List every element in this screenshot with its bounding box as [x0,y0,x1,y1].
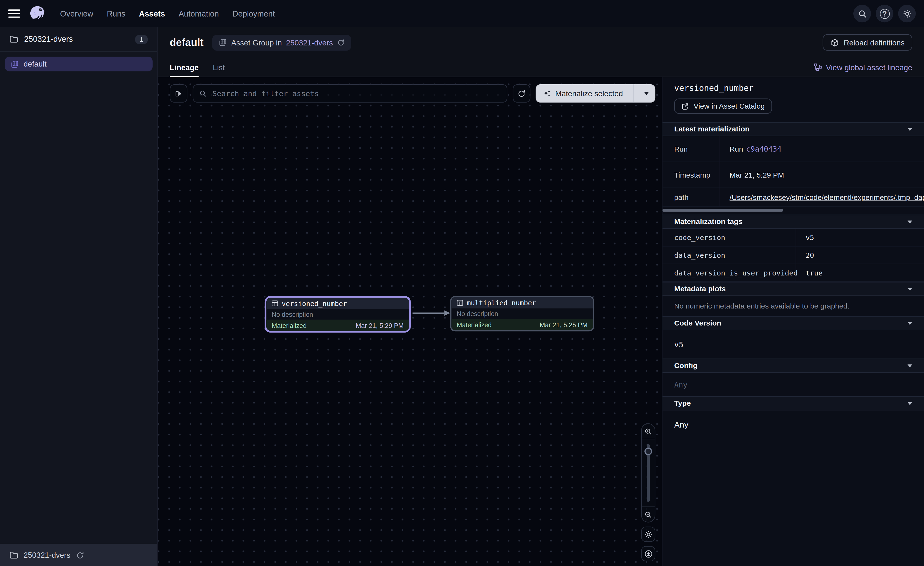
table-row: code_version v5 [662,229,924,247]
tab-list[interactable]: List [213,58,225,77]
app-root: Overview Runs Assets Automation Deployme… [0,0,924,566]
row-key: Run [662,136,720,161]
menu-icon[interactable] [8,9,20,18]
nav-item-overview[interactable]: Overview [60,9,93,18]
settings-gear-icon[interactable] [898,5,916,23]
reload-definitions-button[interactable]: Reload definitions [822,34,912,51]
sidebar-group-row[interactable]: 250321-dvers 1 [0,27,158,52]
dagster-logo-icon[interactable] [28,5,46,23]
button-divider [633,84,633,102]
row-value: Mar 21, 5:29 PM [720,162,924,188]
asset-group-icon [219,38,227,47]
nav-actions: ? [854,5,916,23]
sparkle-icon [543,89,551,98]
primary-nav: Overview Runs Assets Automation Deployme… [60,9,275,18]
chevron-down-icon [908,322,912,325]
path-link[interactable]: /Users/smackesey/stm/code/elementl/exper… [729,193,924,202]
refresh-icon[interactable] [337,39,345,47]
nav-item-assets[interactable]: Assets [139,9,165,18]
badge-group-link[interactable]: 250321-dvers [286,38,333,47]
code-version-value: v5 [662,330,924,358]
chevron-down-icon [908,364,912,367]
horizontal-scrollbar[interactable] [662,209,783,212]
expand-panel-icon[interactable] [170,84,188,102]
section-code-version[interactable]: Code Version [662,316,924,330]
lineage-canvas[interactable]: Materialize selected versioned_number No… [158,77,662,566]
tag-value: v5 [796,229,924,246]
search-input[interactable] [211,89,501,98]
tag-value: 20 [796,247,924,263]
table-row: data_version_is_user_provided true [662,264,924,282]
page-header: default Asset Group in 250321-dvers Relo… [158,27,924,77]
search-icon[interactable] [854,5,871,23]
section-config[interactable]: Config [662,358,924,373]
section-latest-materialization[interactable]: Latest materialization [662,122,924,136]
badge-prefix: Asset Group in [231,38,282,47]
sidebar-item-default[interactable]: default [4,57,153,71]
materialize-selected-button[interactable]: Materialize selected [536,84,655,102]
section-title: Latest materialization [674,125,750,133]
zoom-in-icon[interactable] [642,424,654,439]
row-key: Timestamp [662,162,720,188]
config-value: Any [662,373,924,396]
help-glyph: ? [880,9,890,18]
run-id-link[interactable]: c9a40434 [746,145,782,153]
selected-asset-title: versioned_number [674,83,912,93]
download-image-icon[interactable] [641,546,655,561]
catalog-button-label: View in Asset Catalog [694,102,765,110]
asset-groups-sidebar: 250321-dvers 1 default 250321-dvers [0,27,158,566]
view-in-asset-catalog-button[interactable]: View in Asset Catalog [674,98,772,114]
materialized-status: Materialized [457,321,492,328]
nav-item-runs[interactable]: Runs [107,9,126,18]
asset-node-description: No description [452,309,593,319]
chevron-down-icon [908,220,912,223]
code-location-footer[interactable]: 250321-dvers [0,543,158,566]
tag-value: true [796,264,924,281]
tag-key: data_version_is_user_provided [662,264,796,281]
asset-group-icon [10,60,19,68]
refresh-icon[interactable] [76,551,84,559]
zoom-slider-knob[interactable] [644,447,652,455]
row-value: /Users/smackesey/stm/code/elementl/exper… [720,188,924,206]
tabs-bar: Lineage List View global asset lineage [158,58,924,77]
asset-node-versioned-number[interactable]: versioned_number No description Material… [265,296,411,333]
section-title: Code Version [674,319,721,327]
zoom-out-icon[interactable] [642,506,654,522]
view-global-asset-lineage-link[interactable]: View global asset lineage [813,58,912,77]
page-title: default [170,36,204,48]
folder-icon [9,551,18,560]
external-link-icon [681,102,689,110]
materialize-label: Materialize selected [555,89,623,98]
row-value: Run c9a40434 [720,136,924,161]
section-materialization-tags[interactable]: Materialization tags [662,215,924,229]
section-title: Metadata plots [674,285,726,293]
section-title: Type [674,399,691,407]
zoom-slider[interactable] [642,439,654,506]
chevron-down-icon [908,288,912,290]
asset-node-multiplied-number[interactable]: multiplied_number No description Materia… [450,296,594,331]
section-metadata-plots[interactable]: Metadata plots [662,282,924,296]
run-prefix: Run [729,145,743,153]
section-type[interactable]: Type [662,396,924,410]
refresh-graph-icon[interactable] [513,84,531,102]
metadata-plots-empty-message: No numeric metadata entries available to… [662,296,924,316]
tab-lineage[interactable]: Lineage [170,58,199,77]
table-icon [457,300,463,306]
tag-key: data_version [662,247,796,263]
search-icon [199,90,206,98]
global-lineage-label: View global asset lineage [826,63,912,72]
table-row: Run Run c9a40434 [662,136,924,162]
nav-item-deployment[interactable]: Deployment [232,9,275,18]
asset-node-name: versioned_number [282,299,347,307]
nav-item-automation[interactable]: Automation [178,9,219,18]
table-row: data_version 20 [662,247,924,264]
folder-icon [9,35,18,44]
materialize-dropdown-caret[interactable] [638,92,655,95]
table-row: path /Users/smackesey/stm/code/elementl/… [662,188,924,207]
lineage-edge [412,308,451,318]
asset-group-badge[interactable]: Asset Group in 250321-dvers [212,35,351,51]
help-icon[interactable]: ? [876,5,893,23]
asset-detail-panel: versioned_number View in Asset Catalog L… [662,77,924,566]
graph-settings-gear-icon[interactable] [641,527,655,542]
chevron-down-icon [908,402,912,405]
